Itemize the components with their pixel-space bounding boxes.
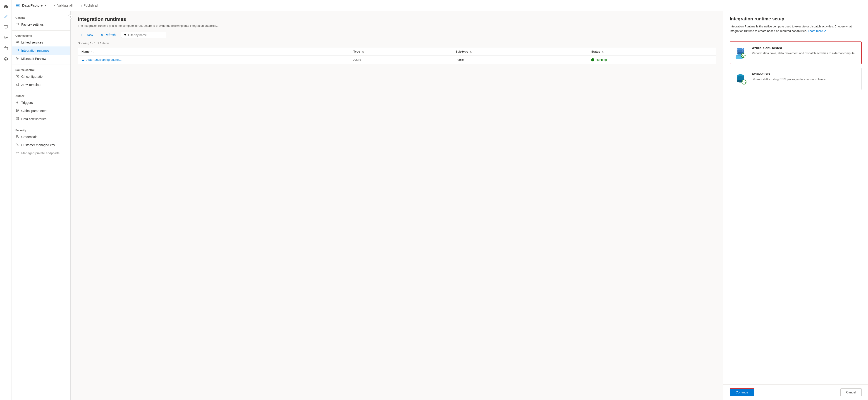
sidebar-item-data-flow-libraries[interactable]: Data flow libraries xyxy=(12,115,70,123)
filter-input[interactable] xyxy=(128,33,164,37)
svg-point-23 xyxy=(742,48,743,49)
factory-settings-icon xyxy=(16,22,19,27)
sidebar-item-microsoft-purview[interactable]: Microsoft Purview xyxy=(12,55,70,63)
svg-point-12 xyxy=(18,75,19,76)
publish-all-button[interactable]: ↑ Publish all xyxy=(79,3,100,8)
sidebar-item-global-parameters-label: Global parameters xyxy=(21,109,47,113)
svg-point-18 xyxy=(16,152,17,153)
sidebar-divider-4 xyxy=(12,125,70,125)
svg-point-9 xyxy=(17,58,18,59)
managed-private-endpoints-icon xyxy=(16,151,19,155)
sidebar-item-customer-managed-key[interactable]: Customer managed key xyxy=(12,141,70,149)
filter-icon: ▼ xyxy=(124,33,127,37)
data-flow-libraries-icon xyxy=(16,117,19,121)
sidebar-item-integration-runtimes-label: Integration runtimes xyxy=(21,49,49,52)
sidebar-item-git-configuration[interactable]: Git configuration xyxy=(12,73,70,81)
sidebar-item-credentials[interactable]: Credentials xyxy=(12,133,70,141)
table-row: ☁ AutoResolveIntegrationR.... Azure Publ… xyxy=(78,56,716,64)
continue-button[interactable]: Continue xyxy=(730,388,754,396)
integration-runtimes-icon xyxy=(16,48,19,53)
azure-ssis-icon xyxy=(735,72,748,86)
refresh-button[interactable]: ↻ Refresh xyxy=(99,32,118,38)
publish-all-label: Publish all xyxy=(84,4,98,7)
sidebar-item-factory-settings[interactable]: Factory settings xyxy=(12,20,70,29)
sidebar-item-managed-private-endpoints-label: Managed private endpoints xyxy=(21,151,60,155)
azure-ssis-title: Azure-SSIS xyxy=(752,72,857,76)
layers-icon[interactable] xyxy=(1,54,10,63)
new-button[interactable]: ＋ + New xyxy=(78,32,95,38)
refresh-button-label: Refresh xyxy=(104,33,116,37)
svg-point-6 xyxy=(17,41,19,42)
cancel-button[interactable]: Cancel xyxy=(840,389,862,396)
purview-icon xyxy=(16,56,19,61)
col-header-subtype[interactable]: Sub-type ↑↓ xyxy=(452,48,588,56)
svg-rect-0 xyxy=(4,26,8,28)
integration-runtimes-table: Name ↑↓ Type ↑↓ Sub-type ↑↓ Status xyxy=(78,48,716,64)
showing-text: Showing 1 - 1 of 1 items xyxy=(78,41,716,45)
svg-point-8 xyxy=(16,57,18,59)
key-icon xyxy=(16,143,19,147)
sidebar-item-customer-managed-key-label: Customer managed key xyxy=(21,143,55,147)
filter-box: ▼ xyxy=(121,32,166,38)
col-header-status[interactable]: Status ↑↓ xyxy=(588,48,716,56)
validate-all-button[interactable]: ✓ Validate all xyxy=(51,3,74,8)
table-header-row: Name ↑↓ Type ↑↓ Sub-type ↑↓ Status xyxy=(78,48,716,56)
sidebar-item-git-configuration-label: Git configuration xyxy=(21,75,44,78)
sidebar-item-arm-template-label: ARM template xyxy=(21,83,41,87)
page-title: Integration runtimes xyxy=(78,16,716,22)
azure-self-hosted-content: Azure, Self-Hosted Perform data flows, d… xyxy=(752,46,857,55)
top-bar-actions: ✓ Validate all ↑ Publish all xyxy=(51,3,100,8)
svg-point-34 xyxy=(737,76,744,79)
svg-point-19 xyxy=(18,152,19,153)
runtime-name-link[interactable]: AutoResolveIntegrationR.... xyxy=(87,58,122,61)
col-header-type[interactable]: Type ↑↓ xyxy=(350,48,452,56)
sidebar: « General Factory settings Connections L… xyxy=(12,11,71,400)
svg-point-35 xyxy=(742,80,746,84)
top-bar: Data Factory ▾ ✓ Validate all ↑ Publish … xyxy=(12,0,868,11)
sidebar-item-linked-services[interactable]: Linked services xyxy=(12,38,70,47)
sidebar-item-managed-private-endpoints[interactable]: Managed private endpoints xyxy=(12,149,70,157)
azure-ssis-desc: Lift-and-shift existing SSIS packages to… xyxy=(752,77,857,81)
learn-more-link[interactable]: Learn more ↗ xyxy=(808,29,826,33)
cell-status: ✓ Running xyxy=(588,56,716,64)
sidebar-item-credentials-label: Credentials xyxy=(21,135,37,139)
sidebar-item-factory-settings-label: Factory settings xyxy=(21,23,44,26)
sidebar-item-microsoft-purview-label: Microsoft Purview xyxy=(21,57,46,60)
azure-self-hosted-desc: Perform data flows, data movement and di… xyxy=(752,51,857,55)
pencil-icon[interactable] xyxy=(1,12,10,21)
sidebar-item-global-parameters[interactable]: Global parameters xyxy=(12,107,70,115)
sidebar-item-arm-template[interactable]: ARM template xyxy=(12,81,70,89)
monitor-icon[interactable] xyxy=(1,23,10,32)
svg-point-16 xyxy=(16,135,18,137)
home-icon[interactable] xyxy=(1,2,10,11)
sidebar-item-triggers-label: Triggers xyxy=(21,101,33,105)
runtime-icon: ☁ xyxy=(82,58,85,61)
svg-point-29 xyxy=(741,54,745,58)
briefcase-icon[interactable] xyxy=(1,44,10,53)
azure-ssis-content: Azure-SSIS Lift-and-shift existing SSIS … xyxy=(752,72,857,81)
right-panel-body: Azure, Self-Hosted Perform data flows, d… xyxy=(723,37,868,384)
cell-name: ☁ AutoResolveIntegrationR.... xyxy=(78,56,350,64)
option-card-azure-self-hosted[interactable]: Azure, Self-Hosted Perform data flows, d… xyxy=(730,41,862,64)
option-card-azure-ssis[interactable]: Azure-SSIS Lift-and-shift existing SSIS … xyxy=(730,68,862,90)
svg-point-24 xyxy=(742,51,743,52)
svg-rect-2 xyxy=(4,47,8,50)
validate-all-label: Validate all xyxy=(57,4,72,7)
col-header-name[interactable]: Name ↑↓ xyxy=(78,48,350,56)
svg-point-11 xyxy=(18,77,19,78)
page-subtitle: The integration runtime (IR) is the comp… xyxy=(78,24,236,27)
new-button-label: + New xyxy=(84,33,93,37)
settings-icon[interactable] xyxy=(1,33,10,42)
sidebar-item-triggers[interactable]: Triggers xyxy=(12,98,70,107)
brand-chevron-icon[interactable]: ▾ xyxy=(44,4,46,7)
source-control-section-header: Source control xyxy=(12,67,70,73)
author-section-header: Author xyxy=(12,93,70,98)
type-sort-icon: ↑↓ xyxy=(362,50,364,53)
sidebar-divider-1 xyxy=(12,30,70,31)
content-area: « General Factory settings Connections L… xyxy=(12,11,868,400)
general-section-header: General xyxy=(12,15,70,20)
icon-bar xyxy=(0,0,12,400)
sidebar-item-integration-runtimes[interactable]: Integration runtimes xyxy=(12,47,70,55)
svg-point-5 xyxy=(16,41,17,42)
arm-template-icon xyxy=(16,83,19,87)
